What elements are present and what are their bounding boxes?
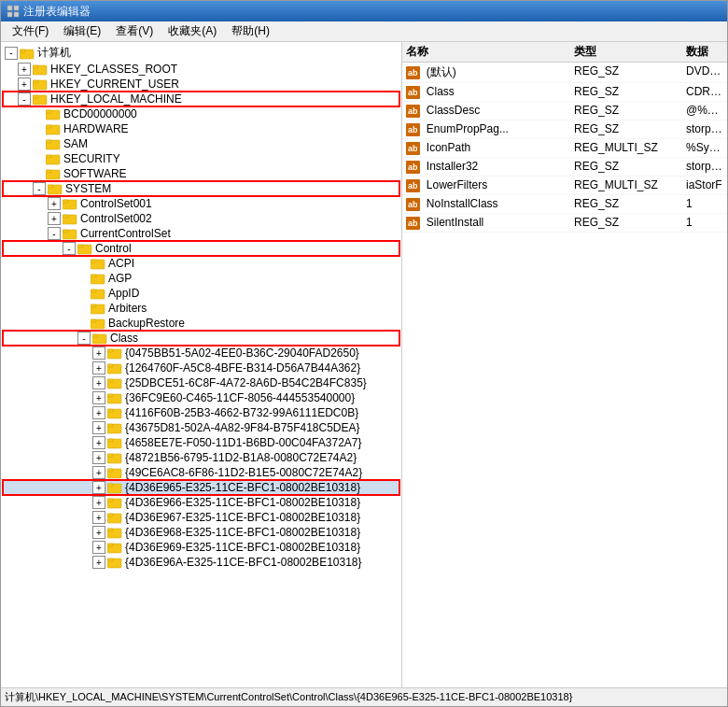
expand-cs002[interactable]: + [48,212,61,225]
expand-guid9[interactable]: + [92,466,105,479]
tree-node-security[interactable]: SECURITY [3,151,399,166]
expand-guid11[interactable]: + [92,496,105,509]
expand-guid4[interactable]: + [92,391,105,404]
expand-cs001[interactable]: + [48,197,61,210]
menu-bar: 文件(F) 编辑(E) 查看(V) 收藏夹(A) 帮助(H) [1,21,727,42]
detail-row-class[interactable]: ab Class REG_SZ CDROM [402,83,727,102]
detail-row-noinstallclass[interactable]: ab NoInstallClass REG_SZ 1 [402,195,727,214]
tree-label-guid9: {49CE6AC8-6F86-11D2-B1E5-0080C72E74A2} [125,466,362,479]
detail-cell-data-3: storprop.dll,DvdI [686,122,723,136]
expand-guid12[interactable]: + [92,511,105,524]
folder-icon-acpi [91,257,105,270]
tree-node-hklm[interactable]: - HKEY_LOCAL_MACHINE [3,92,399,106]
tree-node-software[interactable]: SOFTWARE [3,166,399,181]
tree-label-system: SYSTEM [65,182,111,195]
tree-label-bcd: BCD00000000 [63,107,137,120]
svg-rect-31 [77,245,83,247]
expand-hklm[interactable]: - [18,92,31,106]
detail-row-lowerfilters[interactable]: ab LowerFilters REG_MULTI_SZ iaStorF [402,177,727,195]
tree-node-hkcr[interactable]: + HKEY_CLASSES_ROOT [3,62,399,77]
tree-node-cs001[interactable]: + ControlSet001 [3,196,399,211]
detail-row-installer32[interactable]: ab Installer32 REG_SZ storprop.dll,Dvd( [402,158,727,177]
expand-control[interactable]: - [63,242,76,255]
tree-node-agp[interactable]: AGP [3,271,399,286]
tree-label-guid10: {4D36E965-E325-11CE-BFC1-08002BE10318} [125,481,360,494]
tree-node-guid14[interactable]: + {4D36E969-E325-11CE-BFC1-08002BE10318} [3,540,399,555]
menu-help[interactable]: 帮助(H) [224,21,277,41]
expand-guid2[interactable]: + [92,361,105,375]
svg-rect-15 [46,125,51,128]
tree-node-appid[interactable]: AppID [3,286,399,301]
tree-node-guid13[interactable]: + {4D36E968-E325-11CE-BFC1-08002BE10318} [3,525,399,540]
expand-guid7[interactable]: + [92,436,105,449]
expand-guid8[interactable]: + [92,451,105,464]
detail-cell-name-3: ab EnumPropPag... [406,122,574,136]
tree-node-cs002[interactable]: + ControlSet002 [3,211,399,226]
expand-computer[interactable]: - [5,47,18,60]
expand-guid1[interactable]: + [92,346,105,360]
tree-label-guid3: {25DBCE51-6C8F-4A72-8A6D-B54C2B4FC835} [125,376,367,389]
svg-rect-13 [46,110,51,113]
detail-cell-name-4: ab IconPath [406,141,574,155]
tree-node-guid9[interactable]: + {49CE6AC8-6F86-11D2-B1E5-0080C72E74A2} [3,465,399,480]
folder-icon-guid3 [107,376,122,389]
tree-node-guid2[interactable]: + {1264760F-A5C8-4BFE-B314-D56A7B44A362} [3,361,399,375]
detail-row-silentinstall[interactable]: ab SilentInstall REG_SZ 1 [402,214,727,233]
expand-class[interactable]: - [77,332,91,345]
tree-node-hardware[interactable]: HARDWARE [3,121,399,136]
tree-node-sam[interactable]: SAM [3,136,399,151]
expand-hkcu[interactable]: + [18,78,31,91]
detail-row-iconpath[interactable]: ab IconPath REG_MULTI_SZ %SystemRoot%\ [402,139,727,158]
tree-label-computer: 计算机 [37,45,71,61]
tree-node-class[interactable]: - Class [3,331,399,346]
tree-node-guid7[interactable]: + {4658EE7E-F050-11D1-B6BD-00C04FA372A7} [3,435,399,450]
expand-guid5[interactable]: + [92,406,105,419]
expand-ccs[interactable]: - [48,227,61,240]
detail-row-enumproppag[interactable]: ab EnumPropPag... REG_SZ storprop.dll,Dv… [402,120,727,139]
detail-cell-name-1: ab Class [406,85,574,99]
tree-label-guid5: {4116F60B-25B3-4662-B732-99A6111EDC0B} [125,406,358,419]
tree-node-guid10[interactable]: + {4D36E965-E325-11CE-BFC1-08002BE10318} [3,480,399,495]
menu-file[interactable]: 文件(F) [5,21,56,41]
expand-guid6[interactable]: + [92,421,105,434]
expand-guid14[interactable]: + [92,541,105,554]
tree-node-control[interactable]: - Control [3,241,399,256]
tree-node-guid5[interactable]: + {4116F60B-25B3-4662-B732-99A6111EDC0B} [3,405,399,420]
svg-rect-7 [33,65,38,68]
ab-icon-1: ab [406,86,420,99]
tree-node-guid4[interactable]: + {36FC9E60-C465-11CF-8056-444553540000} [3,390,399,405]
tree-node-guid12[interactable]: + {4D36E967-E325-11CE-BFC1-08002BE10318} [3,510,399,525]
tree-node-guid15[interactable]: + {4D36E96A-E325-11CE-BFC1-08002BE10318} [3,555,399,570]
tree-node-ccs[interactable]: - CurrentControlSet [3,226,399,241]
folder-icon-software [46,167,61,180]
tree-node-acpi[interactable]: ACPI [3,256,399,271]
svg-rect-51 [107,394,113,397]
detail-cell-name-7: ab NoInstallClass [406,197,574,211]
tree-panel[interactable]: - 计算机 + HKEY_CLASSES_ROOT + HKE [1,42,402,687]
menu-favorites[interactable]: 收藏夹(A) [161,21,224,41]
tree-label-backuprestore: BackupRestore [108,317,185,330]
tree-node-hkcu[interactable]: + HKEY_CURRENT_USER [3,77,399,92]
expand-guid15[interactable]: + [92,556,105,569]
detail-cell-name-5: ab Installer32 [406,160,574,174]
tree-node-guid8[interactable]: + {48721B56-6795-11D2-B1A8-0080C72E74A2} [3,450,399,465]
tree-node-arbiters[interactable]: Arbiters [3,301,399,316]
tree-node-guid1[interactable]: + {0475BB51-5A02-4EE0-B36C-29040FAD2650} [3,346,399,361]
tree-node-computer[interactable]: - 计算机 [3,44,399,62]
expand-guid10[interactable]: + [92,481,105,494]
detail-row-default[interactable]: ab (默认) REG_SZ DVD/CD-ROM dr [402,63,727,83]
expand-system[interactable]: - [33,182,46,195]
svg-rect-35 [91,275,96,277]
tree-node-system[interactable]: - SYSTEM [3,181,399,196]
expand-guid13[interactable]: + [92,526,105,539]
expand-hkcr[interactable]: + [18,63,31,76]
menu-edit[interactable]: 编辑(E) [56,21,108,41]
menu-view[interactable]: 查看(V) [108,21,161,41]
tree-node-guid6[interactable]: + {43675D81-502A-4A82-9F84-B75F418C5DEA} [3,420,399,435]
detail-row-classdesc[interactable]: ab ClassDesc REG_SZ @%SystemRoot9 [402,102,727,120]
expand-guid3[interactable]: + [92,376,105,389]
tree-node-guid3[interactable]: + {25DBCE51-6C8F-4A72-8A6D-B54C2B4FC835} [3,375,399,390]
tree-node-backuprestore[interactable]: BackupRestore [3,316,399,331]
tree-node-guid11[interactable]: + {4D36E966-E325-11CE-BFC1-08002BE10318} [3,495,399,510]
tree-node-bcd[interactable]: BCD00000000 [3,106,399,121]
